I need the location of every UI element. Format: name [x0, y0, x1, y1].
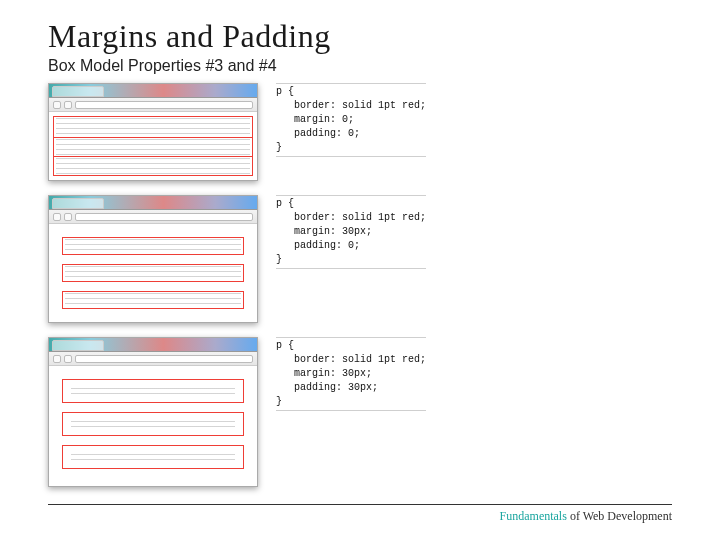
paragraph-box: [53, 138, 253, 157]
example-row: p { border: solid 1pt red; margin: 30px;…: [48, 337, 672, 487]
code-line: border: solid 1pt red;: [276, 353, 426, 367]
paragraph-box: [62, 237, 244, 255]
css-code-block: p { border: solid 1pt red; margin: 0; pa…: [276, 83, 426, 157]
paragraph-box: [62, 291, 244, 309]
code-line: padding: 30px;: [276, 381, 378, 395]
code-line: padding: 0;: [276, 127, 360, 141]
code-close: }: [276, 254, 282, 265]
slide-footer: Fundamentals of Web Development: [48, 504, 672, 524]
browser-screenshot: [48, 83, 258, 181]
browser-toolbar: [49, 352, 257, 366]
footer-text: of Web Development: [567, 509, 672, 523]
browser-tab-bar: [49, 338, 257, 352]
code-close: }: [276, 396, 282, 407]
page-body: [49, 112, 257, 180]
examples-container: p { border: solid 1pt red; margin: 0; pa…: [48, 83, 672, 487]
code-selector: p {: [276, 86, 294, 97]
paragraph-box: [62, 379, 244, 403]
forward-button-icon: [64, 355, 72, 363]
code-selector: p {: [276, 340, 294, 351]
slide-subtitle: Box Model Properties #3 and #4: [48, 57, 672, 75]
forward-button-icon: [64, 213, 72, 221]
paragraph-box: [53, 116, 253, 138]
code-line: margin: 0;: [276, 113, 354, 127]
forward-button-icon: [64, 101, 72, 109]
code-line: border: solid 1pt red;: [276, 211, 426, 225]
code-line: border: solid 1pt red;: [276, 99, 426, 113]
browser-tab-bar: [49, 196, 257, 210]
footer-brand: Fundamentals: [500, 509, 567, 523]
browser-tab-bar: [49, 84, 257, 98]
code-line: margin: 30px;: [276, 367, 372, 381]
example-row: p { border: solid 1pt red; margin: 0; pa…: [48, 83, 672, 181]
browser-toolbar: [49, 98, 257, 112]
browser-screenshot: [48, 337, 258, 487]
browser-toolbar: [49, 210, 257, 224]
paragraph-box: [62, 264, 244, 282]
css-code-block: p { border: solid 1pt red; margin: 30px;…: [276, 337, 426, 411]
css-code-block: p { border: solid 1pt red; margin: 30px;…: [276, 195, 426, 269]
url-bar: [75, 355, 253, 363]
url-bar: [75, 213, 253, 221]
code-line: padding: 0;: [276, 239, 360, 253]
slide: Margins and Padding Box Model Properties…: [0, 0, 720, 540]
paragraph-box: [53, 157, 253, 176]
paragraph-box: [62, 412, 244, 436]
example-row: p { border: solid 1pt red; margin: 30px;…: [48, 195, 672, 323]
browser-screenshot: [48, 195, 258, 323]
back-button-icon: [53, 355, 61, 363]
code-close: }: [276, 142, 282, 153]
back-button-icon: [53, 101, 61, 109]
code-line: margin: 30px;: [276, 225, 372, 239]
back-button-icon: [53, 213, 61, 221]
paragraph-box: [62, 445, 244, 469]
url-bar: [75, 101, 253, 109]
page-body: [49, 366, 257, 482]
page-body: [49, 224, 257, 322]
code-selector: p {: [276, 198, 294, 209]
slide-title: Margins and Padding: [48, 18, 672, 55]
